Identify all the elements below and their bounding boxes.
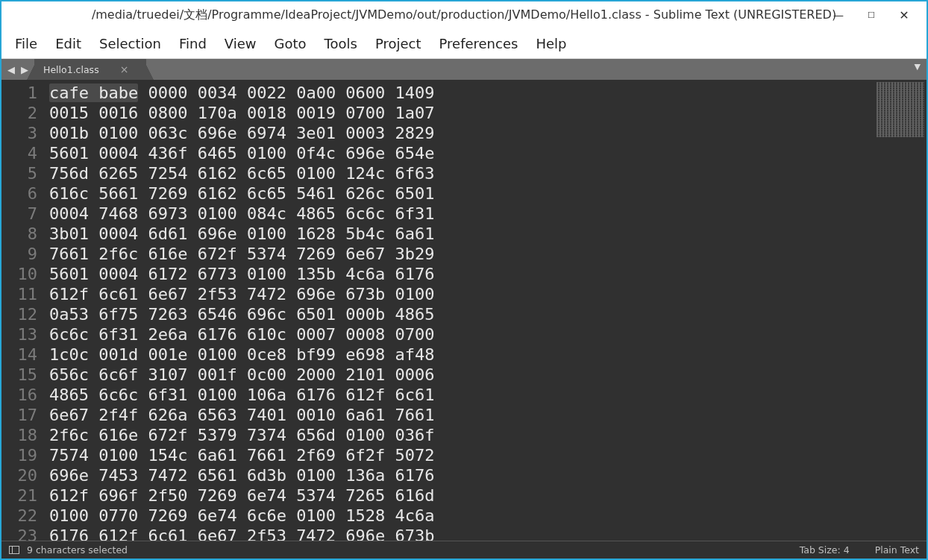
code-line: 6176 612f 6c61 6e67 2f53 7472 696e 673b (49, 526, 927, 541)
panel-toggle-icon[interactable] (9, 546, 19, 554)
code-line: cafe babe 0000 0034 0022 0a00 0600 1409 (49, 83, 927, 103)
status-syntax[interactable]: Plain Text (875, 544, 919, 556)
line-number: 12 (1, 304, 37, 324)
line-number: 13 (1, 324, 37, 345)
line-number: 7 (1, 204, 37, 224)
code-content[interactable]: cafe babe 0000 0034 0022 0a00 0600 14090… (45, 80, 927, 541)
code-line: 616c 5661 7269 6162 6c65 5461 626c 6501 (49, 183, 927, 204)
titlebar: /media/truedei/文档/Programme/IdeaProject/… (1, 1, 927, 28)
line-number: 18 (1, 425, 37, 445)
code-line: 0a53 6f75 7263 6546 696c 6501 000b 4865 (49, 304, 927, 324)
line-number: 21 (1, 485, 37, 506)
code-line: 5601 0004 6172 6773 0100 135b 4c6a 6176 (49, 264, 927, 284)
menu-item-preferences[interactable]: Preferences (430, 31, 527, 56)
line-number: 14 (1, 345, 37, 365)
line-number: 1 (1, 83, 37, 103)
statusbar: 9 characters selected Tab Size: 4 Plain … (1, 541, 927, 559)
line-number: 16 (1, 385, 37, 405)
window-title: /media/truedei/文档/Programme/IdeaProject/… (92, 7, 836, 23)
menu-item-tools[interactable]: Tools (316, 31, 366, 56)
menu-item-selection[interactable]: Selection (90, 31, 170, 56)
code-line: 3b01 0004 6d61 696e 0100 1628 5b4c 6a61 (49, 224, 927, 244)
code-line: 612f 6c61 6e67 2f53 7472 696e 673b 0100 (49, 284, 927, 304)
app-window: /media/truedei/文档/Programme/IdeaProject/… (0, 0, 928, 560)
line-number: 17 (1, 405, 37, 425)
line-number: 10 (1, 264, 37, 284)
tab-label: Hello1.class (43, 64, 99, 75)
code-line: 612f 696f 2f50 7269 6e74 5374 7265 616d (49, 485, 927, 506)
status-right: Tab Size: 4 Plain Text (800, 544, 919, 556)
text-selection: cafe babe (49, 84, 138, 102)
line-number: 4 (1, 143, 37, 163)
code-line: 0100 0770 7269 6e74 6c6e 0100 1528 4c6a (49, 506, 927, 526)
code-line: 756d 6265 7254 6162 6c65 0100 124c 6f63 (49, 163, 927, 183)
code-line: 001b 0100 063c 696e 6974 3e01 0003 2829 (49, 123, 927, 143)
menu-item-goto[interactable]: Goto (266, 31, 316, 56)
line-number: 15 (1, 365, 37, 385)
code-line: 6e67 2f4f 626a 6563 7401 0010 6a61 7661 (49, 405, 927, 425)
tab-active[interactable]: Hello1.class × (34, 59, 146, 80)
line-number: 8 (1, 224, 37, 244)
status-selection: 9 characters selected (27, 544, 128, 556)
tab-overflow-icon[interactable]: ▼ (915, 62, 921, 72)
menu-item-project[interactable]: Project (366, 31, 430, 56)
minimize-button[interactable]: — (831, 7, 846, 22)
line-number: 9 (1, 244, 37, 264)
menu-item-edit[interactable]: Edit (46, 31, 90, 56)
line-number: 2 (1, 103, 37, 123)
maximize-button[interactable]: ☐ (864, 7, 879, 22)
code-line: 1c0c 001d 001e 0100 0ce8 bf99 e698 af48 (49, 345, 927, 365)
line-number: 11 (1, 284, 37, 304)
minimap[interactable] (877, 82, 924, 137)
menu-item-find[interactable]: Find (170, 31, 216, 56)
close-button[interactable]: ✕ (897, 7, 912, 22)
code-line: 656c 6c6f 3107 001f 0c00 2000 2101 0006 (49, 365, 927, 385)
code-line: 7574 0100 154c 6a61 7661 2f69 6f2f 5072 (49, 445, 927, 465)
editor-area[interactable]: 1234567891011121314151617181920212223 ca… (1, 80, 927, 541)
code-line: 2f6c 616e 672f 5379 7374 656d 0100 036f (49, 425, 927, 445)
menu-item-file[interactable]: File (6, 31, 46, 56)
line-gutter: 1234567891011121314151617181920212223 (1, 80, 45, 541)
code-line: 5601 0004 436f 6465 0100 0f4c 696e 654e (49, 143, 927, 163)
code-line: 0004 7468 6973 0100 084c 4865 6c6c 6f31 (49, 204, 927, 224)
status-tab-size[interactable]: Tab Size: 4 (800, 544, 850, 556)
line-number: 20 (1, 465, 37, 485)
menu-item-view[interactable]: View (216, 31, 266, 56)
code-line: 696e 7453 7472 6561 6d3b 0100 136a 6176 (49, 465, 927, 485)
code-line: 4865 6c6c 6f31 0100 106a 6176 612f 6c61 (49, 385, 927, 405)
line-number: 3 (1, 123, 37, 143)
line-number: 23 (1, 526, 37, 541)
nav-back-icon[interactable]: ◀ (7, 64, 15, 75)
window-controls: — ☐ ✕ (831, 1, 922, 28)
line-number: 22 (1, 506, 37, 526)
line-number: 6 (1, 183, 37, 204)
menubar: FileEditSelectionFindViewGotoToolsProjec… (1, 28, 927, 59)
menu-item-help[interactable]: Help (527, 31, 575, 56)
tab-strip: ◀ ▶ Hello1.class × ▼ (1, 59, 927, 80)
line-number: 5 (1, 163, 37, 183)
status-left: 9 characters selected (9, 544, 128, 556)
code-line: 7661 2f6c 616e 672f 5374 7269 6e67 3b29 (49, 244, 927, 264)
code-line: 0015 0016 0800 170a 0018 0019 0700 1a07 (49, 103, 927, 123)
line-number: 19 (1, 445, 37, 465)
code-line: 6c6c 6f31 2e6a 6176 610c 0007 0008 0700 (49, 324, 927, 345)
tab-close-icon[interactable]: × (120, 63, 129, 75)
